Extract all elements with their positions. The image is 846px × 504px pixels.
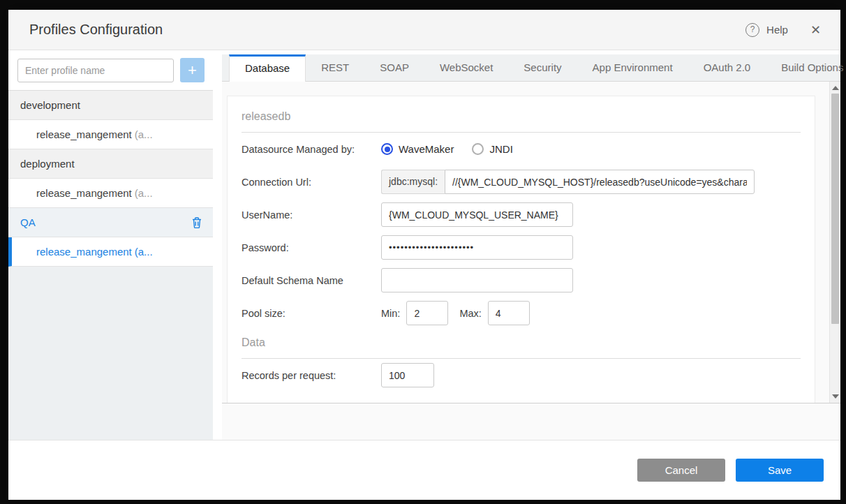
wavemaker-radio[interactable]: [381, 143, 393, 155]
connection-url-label: Connection Url:: [242, 177, 381, 188]
tab-oauth[interactable]: OAuth 2.0: [688, 54, 766, 81]
scrollbar-thumb[interactable]: [831, 94, 839, 324]
pool-min-input[interactable]: [406, 301, 448, 325]
dialog-body: + development release_mangement (a... de…: [8, 50, 840, 440]
tab-database[interactable]: Database: [229, 54, 306, 82]
records-per-request-label: Records per request:: [242, 370, 381, 381]
records-per-request-row: Records per request:: [242, 359, 801, 392]
group-label: QA: [20, 216, 36, 228]
dialog-header: Profiles Configuration ? Help ✕: [8, 10, 840, 50]
pool-max-label: Max:: [459, 308, 481, 319]
database-tab-panel: releasedb Datasource Managed by: WaveMak…: [222, 82, 840, 403]
schema-label: Default Schema Name: [242, 275, 381, 286]
sidebar-group-qa[interactable]: QA: [8, 208, 213, 237]
sidebar-item-release-mangement-qa[interactable]: release_mangement (a...: [8, 237, 213, 267]
schema-row: Default Schema Name: [242, 264, 801, 297]
profile-label-suffix: (a...: [135, 187, 153, 199]
help-icon[interactable]: ?: [745, 23, 759, 37]
vertical-scrollbar[interactable]: [829, 82, 840, 403]
username-row: UserName:: [242, 198, 801, 231]
tab-soap[interactable]: SOAP: [364, 54, 424, 81]
password-label: Password:: [242, 242, 381, 253]
username-input[interactable]: [381, 202, 573, 227]
close-icon[interactable]: ✕: [810, 22, 821, 38]
username-label: UserName:: [242, 209, 381, 221]
datasource-radio-group: WaveMaker JNDI: [381, 143, 526, 155]
tab-rest[interactable]: REST: [306, 54, 364, 81]
connection-url-input[interactable]: [445, 170, 755, 194]
jndi-radio[interactable]: [472, 143, 484, 155]
tab-build-options[interactable]: Build Options: [766, 54, 846, 81]
config-tabbar: Database REST SOAP WebSocket Security Ap…: [222, 54, 840, 82]
sidebar-group-development[interactable]: development: [8, 91, 213, 120]
password-input[interactable]: [381, 235, 573, 260]
profile-label-suffix: (a...: [135, 128, 153, 140]
jdbc-prefix-box: jdbc:mysql:: [381, 170, 445, 194]
help-button[interactable]: Help: [766, 24, 788, 36]
wavemaker-radio-label[interactable]: WaveMaker: [399, 143, 454, 155]
profile-label: release_mangement: [36, 246, 132, 258]
password-row: Password:: [242, 231, 801, 264]
tab-websocket[interactable]: WebSocket: [424, 54, 508, 81]
sidebar-item-release-mangement-deploy[interactable]: release_mangement (a...: [8, 179, 213, 208]
profile-name-input[interactable]: [17, 59, 174, 82]
profile-label: release_mangement: [36, 187, 132, 199]
header-actions: ? Help ✕: [745, 22, 821, 38]
connection-url-row: Connection Url: jdbc:mysql:: [242, 165, 801, 198]
pool-min-label: Min:: [381, 308, 400, 319]
dialog-footer: Cancel Save: [8, 440, 840, 500]
sidebar-item-release-mangement-dev[interactable]: release_mangement (a...: [8, 120, 213, 149]
panel-lower-area: [222, 403, 840, 440]
scroll-up-arrow-icon[interactable]: [832, 86, 839, 90]
database-section-title: releasedb: [242, 103, 801, 132]
profile-label: release_mangement: [36, 128, 132, 140]
dialog-title: Profiles Configuration: [29, 22, 163, 38]
main-panel: Database REST SOAP WebSocket Security Ap…: [213, 50, 840, 440]
sidebar-filler: [8, 267, 213, 440]
database-config-card: releasedb Datasource Managed by: WaveMak…: [227, 96, 815, 403]
profile-search-row: +: [8, 50, 213, 91]
cancel-button[interactable]: Cancel: [637, 459, 725, 482]
pool-max-input[interactable]: [488, 301, 530, 325]
group-label: development: [20, 99, 80, 111]
data-section-title: Data: [242, 329, 801, 358]
pool-size-row: Pool size: Min: Max:: [242, 297, 801, 329]
profiles-sidebar: + development release_mangement (a... de…: [8, 50, 213, 440]
sidebar-group-deployment[interactable]: deployment: [8, 149, 213, 179]
tab-app-environment[interactable]: App Environment: [577, 54, 688, 81]
profile-label-suffix: (a...: [135, 246, 153, 258]
profiles-configuration-dialog: Profiles Configuration ? Help ✕ + develo…: [8, 10, 840, 500]
datasource-row: Datasource Managed by: WaveMaker JNDI: [242, 133, 801, 165]
group-label: deployment: [20, 158, 75, 170]
records-per-request-input[interactable]: [381, 363, 434, 387]
add-profile-button[interactable]: +: [180, 58, 205, 82]
delete-profile-icon[interactable]: [191, 216, 203, 229]
save-button[interactable]: Save: [736, 459, 824, 482]
schema-input[interactable]: [381, 268, 573, 292]
tab-security[interactable]: Security: [508, 54, 577, 81]
pool-size-label: Pool size:: [242, 308, 381, 319]
datasource-label: Datasource Managed by:: [242, 144, 381, 155]
jndi-radio-label[interactable]: JNDI: [489, 143, 512, 155]
scroll-down-arrow-icon[interactable]: [832, 394, 839, 399]
